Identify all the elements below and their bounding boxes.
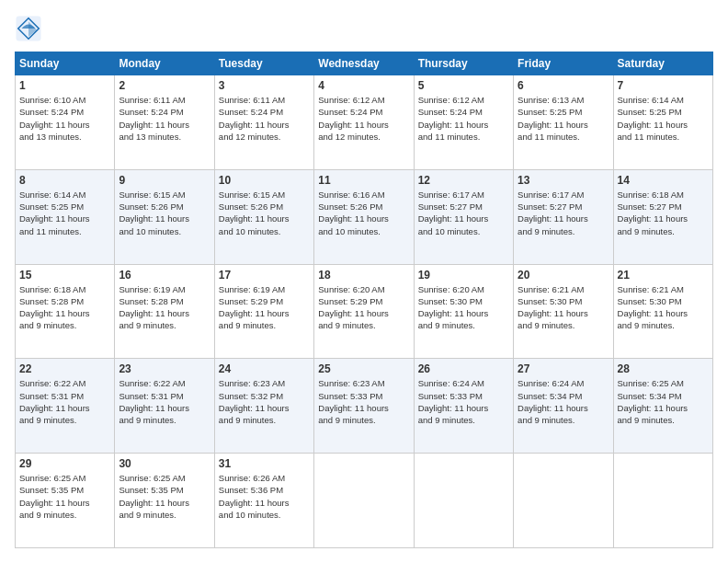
page: SundayMondayTuesdayWednesdayThursdayFrid…: [0, 0, 728, 563]
day-cell: 8Sunrise: 6:14 AMSunset: 5:25 PMDaylight…: [16, 169, 115, 264]
cell-content: Sunrise: 6:12 AMSunset: 5:24 PMDaylight:…: [418, 94, 509, 143]
day-number: 11: [318, 174, 409, 187]
day-number: 19: [418, 269, 509, 282]
day-number: 9: [119, 174, 210, 187]
cell-content: Sunrise: 6:23 AMSunset: 5:33 PMDaylight:…: [318, 377, 409, 426]
day-number: 26: [418, 362, 509, 375]
day-number: 15: [19, 269, 110, 282]
header-row: SundayMondayTuesdayWednesdayThursdayFrid…: [16, 52, 713, 75]
day-cell: 15Sunrise: 6:18 AMSunset: 5:28 PMDayligh…: [16, 264, 115, 359]
day-number: 21: [618, 269, 709, 282]
day-cell: 22Sunrise: 6:22 AMSunset: 5:31 PMDayligh…: [16, 359, 115, 454]
day-cell: 17Sunrise: 6:19 AMSunset: 5:29 PMDayligh…: [214, 264, 313, 359]
day-number: 23: [119, 362, 210, 375]
day-cell: 24Sunrise: 6:23 AMSunset: 5:32 PMDayligh…: [214, 359, 313, 454]
day-number: 12: [418, 174, 509, 187]
cell-content: Sunrise: 6:12 AMSunset: 5:24 PMDaylight:…: [318, 94, 409, 143]
day-cell: 27Sunrise: 6:24 AMSunset: 5:34 PMDayligh…: [514, 359, 613, 454]
day-number: 22: [19, 362, 110, 375]
week-row-0: 1Sunrise: 6:10 AMSunset: 5:24 PMDaylight…: [16, 75, 713, 170]
day-number: 2: [119, 79, 210, 92]
cell-content: Sunrise: 6:24 AMSunset: 5:33 PMDaylight:…: [418, 377, 509, 426]
cell-content: Sunrise: 6:10 AMSunset: 5:24 PMDaylight:…: [19, 94, 110, 143]
cell-content: Sunrise: 6:14 AMSunset: 5:25 PMDaylight:…: [618, 94, 709, 143]
header-cell-sunday: Sunday: [16, 52, 115, 75]
day-cell: 11Sunrise: 6:16 AMSunset: 5:26 PMDayligh…: [314, 169, 414, 264]
day-number: 24: [219, 362, 310, 375]
header-cell-thursday: Thursday: [414, 52, 513, 75]
day-cell: 13Sunrise: 6:17 AMSunset: 5:27 PMDayligh…: [514, 169, 613, 264]
week-row-1: 8Sunrise: 6:14 AMSunset: 5:25 PMDaylight…: [16, 169, 713, 264]
cell-content: Sunrise: 6:14 AMSunset: 5:25 PMDaylight:…: [19, 189, 110, 237]
day-cell: 29Sunrise: 6:25 AMSunset: 5:35 PMDayligh…: [16, 454, 115, 548]
day-number: 1: [19, 79, 110, 92]
cell-content: Sunrise: 6:19 AMSunset: 5:28 PMDaylight:…: [119, 283, 210, 332]
cell-content: Sunrise: 6:22 AMSunset: 5:31 PMDaylight:…: [19, 377, 110, 426]
day-cell: 18Sunrise: 6:20 AMSunset: 5:29 PMDayligh…: [314, 264, 414, 359]
cell-content: Sunrise: 6:20 AMSunset: 5:29 PMDaylight:…: [318, 283, 409, 332]
day-number: 30: [119, 457, 210, 470]
logo-icon: [15, 15, 42, 42]
day-number: 13: [518, 174, 609, 187]
day-number: 10: [219, 174, 310, 187]
day-cell: 5Sunrise: 6:12 AMSunset: 5:24 PMDaylight…: [414, 75, 513, 170]
day-cell: 3Sunrise: 6:11 AMSunset: 5:24 PMDaylight…: [214, 75, 313, 170]
day-cell: 1Sunrise: 6:10 AMSunset: 5:24 PMDaylight…: [16, 75, 115, 170]
day-number: 5: [418, 79, 509, 92]
day-cell: 20Sunrise: 6:21 AMSunset: 5:30 PMDayligh…: [514, 264, 613, 359]
cell-content: Sunrise: 6:17 AMSunset: 5:27 PMDaylight:…: [418, 189, 509, 237]
cell-content: Sunrise: 6:20 AMSunset: 5:30 PMDaylight:…: [418, 283, 509, 332]
day-number: 29: [19, 457, 110, 470]
cell-content: Sunrise: 6:24 AMSunset: 5:34 PMDaylight:…: [518, 377, 609, 426]
header-cell-friday: Friday: [514, 52, 613, 75]
day-cell: 12Sunrise: 6:17 AMSunset: 5:27 PMDayligh…: [414, 169, 513, 264]
cell-content: Sunrise: 6:21 AMSunset: 5:30 PMDaylight:…: [518, 283, 609, 332]
day-cell: [314, 454, 414, 548]
day-cell: 4Sunrise: 6:12 AMSunset: 5:24 PMDaylight…: [314, 75, 414, 170]
cell-content: Sunrise: 6:26 AMSunset: 5:36 PMDaylight:…: [219, 472, 310, 521]
day-number: 7: [618, 79, 709, 92]
week-row-3: 22Sunrise: 6:22 AMSunset: 5:31 PMDayligh…: [16, 359, 713, 454]
day-cell: 2Sunrise: 6:11 AMSunset: 5:24 PMDaylight…: [115, 75, 214, 170]
cell-content: Sunrise: 6:19 AMSunset: 5:29 PMDaylight:…: [219, 283, 310, 332]
day-cell: [414, 454, 513, 548]
cell-content: Sunrise: 6:11 AMSunset: 5:24 PMDaylight:…: [119, 94, 210, 143]
cell-content: Sunrise: 6:18 AMSunset: 5:27 PMDaylight:…: [618, 189, 709, 237]
cell-content: Sunrise: 6:21 AMSunset: 5:30 PMDaylight:…: [618, 283, 709, 332]
cell-content: Sunrise: 6:15 AMSunset: 5:26 PMDaylight:…: [119, 189, 210, 237]
header-cell-monday: Monday: [115, 52, 214, 75]
day-number: 18: [318, 269, 409, 282]
day-number: 17: [219, 269, 310, 282]
calendar-body: 1Sunrise: 6:10 AMSunset: 5:24 PMDaylight…: [16, 75, 713, 548]
cell-content: Sunrise: 6:22 AMSunset: 5:31 PMDaylight:…: [119, 377, 210, 426]
day-number: 14: [618, 174, 709, 187]
day-number: 16: [119, 269, 210, 282]
day-number: 20: [518, 269, 609, 282]
day-number: 4: [318, 79, 409, 92]
day-cell: 25Sunrise: 6:23 AMSunset: 5:33 PMDayligh…: [314, 359, 414, 454]
cell-content: Sunrise: 6:13 AMSunset: 5:25 PMDaylight:…: [518, 94, 609, 143]
cell-content: Sunrise: 6:11 AMSunset: 5:24 PMDaylight:…: [219, 94, 310, 143]
day-cell: 6Sunrise: 6:13 AMSunset: 5:25 PMDaylight…: [514, 75, 613, 170]
week-row-4: 29Sunrise: 6:25 AMSunset: 5:35 PMDayligh…: [16, 454, 713, 548]
cell-content: Sunrise: 6:25 AMSunset: 5:35 PMDaylight:…: [119, 472, 210, 521]
day-cell: 31Sunrise: 6:26 AMSunset: 5:36 PMDayligh…: [214, 454, 313, 548]
logo: [15, 15, 46, 42]
header: [15, 15, 713, 42]
cell-content: Sunrise: 6:17 AMSunset: 5:27 PMDaylight:…: [518, 189, 609, 237]
calendar-table: SundayMondayTuesdayWednesdayThursdayFrid…: [15, 52, 713, 548]
cell-content: Sunrise: 6:25 AMSunset: 5:35 PMDaylight:…: [19, 472, 110, 521]
day-cell: [514, 454, 613, 548]
week-row-2: 15Sunrise: 6:18 AMSunset: 5:28 PMDayligh…: [16, 264, 713, 359]
day-cell: 21Sunrise: 6:21 AMSunset: 5:30 PMDayligh…: [613, 264, 712, 359]
day-cell: 19Sunrise: 6:20 AMSunset: 5:30 PMDayligh…: [414, 264, 513, 359]
day-cell: 28Sunrise: 6:25 AMSunset: 5:34 PMDayligh…: [613, 359, 712, 454]
day-number: 25: [318, 362, 409, 375]
day-number: 28: [618, 362, 709, 375]
cell-content: Sunrise: 6:15 AMSunset: 5:26 PMDaylight:…: [219, 189, 310, 237]
day-cell: 7Sunrise: 6:14 AMSunset: 5:25 PMDaylight…: [613, 75, 712, 170]
day-cell: 14Sunrise: 6:18 AMSunset: 5:27 PMDayligh…: [613, 169, 712, 264]
day-number: 27: [518, 362, 609, 375]
day-number: 31: [219, 457, 310, 470]
day-cell: [613, 454, 712, 548]
